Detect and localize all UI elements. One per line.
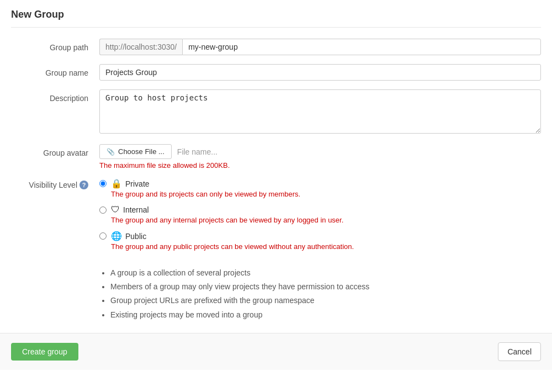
cancel-button[interactable]: Cancel	[498, 342, 541, 361]
visibility-options: 🔒 Private The group and its projects can…	[99, 178, 541, 257]
group-path-input-wrap: http://localhost:3030/	[99, 39, 541, 55]
visibility-internal-label[interactable]: Internal	[123, 205, 149, 214]
file-size-hint: The maximum file size allowed is 200KB.	[99, 161, 541, 169]
lock-icon: 🔒	[111, 178, 122, 189]
info-bullet-1: A group is a collection of several proje…	[110, 266, 541, 280]
choose-file-button[interactable]: Choose File ...	[99, 144, 172, 159]
info-list: A group is a collection of several proje…	[99, 266, 541, 322]
visibility-internal-option: 🛡 Internal The group and any internal pr…	[99, 205, 541, 224]
info-bullet-4: Existing projects may be moved into a gr…	[110, 308, 541, 322]
globe-icon: 🌐	[111, 231, 122, 241]
visibility-section: Visibility Level ? 🔒 Private The group a…	[11, 178, 541, 257]
visibility-label-wrap: Visibility Level ?	[11, 178, 99, 189]
group-path-input[interactable]	[182, 39, 541, 55]
info-bullet-3: Group project URLs are prefixed with the…	[110, 294, 541, 308]
group-path-prefix: http://localhost:3030/	[99, 39, 182, 55]
page-title: New Group	[11, 9, 541, 20]
visibility-internal-title: 🛡 Internal	[111, 205, 343, 215]
header-divider	[11, 27, 541, 28]
visibility-internal-content: 🛡 Internal The group and any internal pr…	[111, 205, 343, 224]
file-input-row: Choose File ... File name...	[99, 144, 541, 159]
visibility-label-text: Visibility Level	[29, 181, 77, 189]
group-name-label: Group name	[11, 64, 99, 77]
group-name-input[interactable]	[99, 64, 541, 81]
visibility-internal-desc: The group and any internal projects can …	[111, 216, 343, 224]
info-section: A group is a collection of several proje…	[99, 266, 541, 322]
visibility-private-option: 🔒 Private The group and its projects can…	[99, 178, 541, 198]
visibility-public-option: 🌐 Public The group and any public projec…	[99, 231, 541, 251]
shield-icon: 🛡	[111, 205, 120, 215]
visibility-public-desc: The group and any public projects can be…	[111, 242, 354, 251]
group-name-input-wrap	[99, 64, 541, 81]
visibility-public-title: 🌐 Public	[111, 231, 354, 241]
visibility-private-content: 🔒 Private The group and its projects can…	[111, 178, 300, 198]
description-label: Description	[11, 89, 99, 103]
choose-file-label: Choose File ...	[118, 147, 164, 156]
description-textarea[interactable]	[99, 89, 541, 134]
create-group-button[interactable]: Create group	[11, 343, 78, 361]
visibility-public-radio[interactable]	[99, 232, 107, 240]
visibility-private-title: 🔒 Private	[111, 178, 300, 189]
visibility-public-content: 🌐 Public The group and any public projec…	[111, 231, 354, 251]
file-name-placeholder: File name...	[177, 147, 217, 156]
page-container: New Group Group path http://localhost:30…	[0, 0, 552, 370]
group-path-row: Group path http://localhost:3030/	[11, 39, 541, 55]
group-path-label: Group path	[11, 39, 99, 52]
group-avatar-row: Group avatar Choose File ... File name..…	[11, 144, 541, 169]
visibility-private-radio[interactable]	[99, 180, 107, 187]
avatar-section: Choose File ... File name... The maximum…	[99, 144, 541, 169]
help-icon[interactable]: ?	[79, 181, 88, 189]
info-bullet-2: Members of a group may only view project…	[110, 280, 541, 294]
group-name-row: Group name	[11, 64, 541, 81]
visibility-private-desc: The group and its projects can only be v…	[111, 190, 300, 198]
description-input-wrap	[99, 89, 541, 135]
form-footer: Create group Cancel	[0, 333, 552, 370]
paperclip-icon	[107, 147, 115, 156]
description-row: Description	[11, 89, 541, 135]
visibility-public-label[interactable]: Public	[125, 232, 146, 241]
group-path-input-group: http://localhost:3030/	[99, 39, 541, 55]
visibility-internal-radio[interactable]	[99, 206, 107, 214]
visibility-private-label[interactable]: Private	[125, 179, 150, 188]
group-avatar-label: Group avatar	[11, 144, 99, 157]
